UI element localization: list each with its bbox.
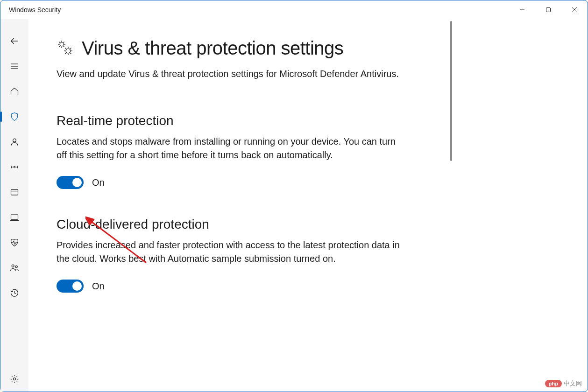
back-arrow-icon bbox=[9, 36, 20, 46]
close-icon bbox=[572, 7, 577, 13]
vertical-scrollbar[interactable] bbox=[449, 19, 453, 392]
toggle-label-realtime: On bbox=[92, 177, 105, 188]
svg-line-36 bbox=[71, 48, 71, 49]
toggle-row-cloud: On bbox=[57, 280, 402, 293]
sidebar-item-settings[interactable] bbox=[0, 366, 28, 392]
app-browser-icon bbox=[10, 188, 19, 197]
svg-line-33 bbox=[65, 48, 66, 49]
sidebar-item-history[interactable] bbox=[0, 280, 28, 306]
svg-point-28 bbox=[66, 49, 71, 53]
svg-line-27 bbox=[64, 42, 64, 42]
svg-line-25 bbox=[64, 46, 64, 47]
svg-rect-14 bbox=[11, 215, 18, 219]
sidebar-item-device-security[interactable] bbox=[0, 205, 28, 230]
watermark-badge: php bbox=[545, 380, 562, 387]
svg-line-34 bbox=[71, 53, 71, 54]
page-subtitle: View and update Virus & threat protectio… bbox=[57, 67, 402, 81]
svg-line-24 bbox=[59, 42, 60, 42]
sidebar-item-firewall[interactable] bbox=[0, 154, 28, 180]
app-body: Virus & threat protection settings View … bbox=[0, 19, 588, 392]
section-desc-realtime: Locates and stops malware from installin… bbox=[57, 135, 402, 162]
sidebar-back-button[interactable] bbox=[0, 28, 28, 54]
close-button[interactable] bbox=[561, 0, 588, 19]
sidebar-item-virus-threat[interactable] bbox=[0, 104, 28, 129]
sidebar-item-account[interactable] bbox=[0, 129, 28, 154]
heart-pulse-icon bbox=[10, 238, 19, 247]
svg-point-17 bbox=[15, 266, 17, 267]
sidebar-menu-button[interactable] bbox=[0, 54, 28, 79]
sidebar-item-home[interactable] bbox=[0, 79, 28, 104]
maximize-button[interactable] bbox=[535, 0, 561, 19]
window-controls bbox=[509, 0, 588, 19]
realtime-protection-toggle[interactable] bbox=[57, 176, 84, 189]
toggle-label-cloud: On bbox=[92, 281, 105, 292]
sidebar-item-app-browser[interactable] bbox=[0, 180, 28, 205]
svg-point-16 bbox=[12, 265, 14, 267]
section-title-realtime: Real-time protection bbox=[57, 113, 402, 128]
history-icon bbox=[10, 288, 19, 298]
shield-icon bbox=[10, 112, 19, 121]
minimize-button[interactable] bbox=[509, 0, 535, 19]
app-window: Windows Security bbox=[0, 0, 588, 392]
toggle-thumb bbox=[72, 281, 82, 291]
scrollbar-track bbox=[450, 21, 452, 390]
sidebar-item-family[interactable] bbox=[0, 255, 28, 280]
svg-line-35 bbox=[65, 53, 66, 54]
toggle-thumb bbox=[72, 178, 82, 187]
sidebar-item-device-performance[interactable] bbox=[0, 230, 28, 255]
family-icon bbox=[10, 263, 19, 273]
cloud-protection-toggle[interactable] bbox=[57, 280, 84, 293]
home-icon bbox=[10, 87, 19, 96]
settings-gears-icon bbox=[57, 39, 73, 58]
maximize-icon bbox=[545, 7, 551, 13]
window-title: Windows Security bbox=[9, 6, 61, 14]
scrollbar-thumb[interactable] bbox=[450, 21, 452, 161]
account-icon bbox=[10, 137, 19, 147]
svg-point-19 bbox=[60, 42, 64, 46]
titlebar: Windows Security bbox=[0, 0, 588, 19]
hamburger-icon bbox=[10, 62, 19, 71]
device-security-icon bbox=[10, 213, 19, 222]
page-title: Virus & threat protection settings bbox=[82, 38, 343, 59]
gear-icon bbox=[10, 374, 19, 384]
page-header: Virus & threat protection settings bbox=[57, 38, 421, 59]
sidebar bbox=[0, 19, 28, 392]
section-title-cloud: Cloud-delivered protection bbox=[57, 217, 402, 232]
svg-point-18 bbox=[14, 378, 16, 380]
svg-point-9 bbox=[14, 166, 15, 168]
svg-rect-1 bbox=[546, 8, 551, 12]
toggle-row-realtime: On bbox=[57, 176, 402, 189]
svg-line-26 bbox=[59, 46, 60, 47]
svg-rect-12 bbox=[11, 189, 18, 195]
section-realtime: Real-time protection Locates and stops m… bbox=[57, 113, 402, 189]
main-content: Virus & threat protection settings View … bbox=[28, 19, 449, 392]
section-desc-cloud: Provides increased and faster protection… bbox=[57, 238, 402, 266]
section-cloud: Cloud-delivered protection Provides incr… bbox=[57, 217, 402, 293]
watermark: php 中文网 bbox=[545, 379, 582, 388]
svg-point-8 bbox=[13, 139, 16, 142]
content-wrap: Virus & threat protection settings View … bbox=[28, 19, 588, 392]
watermark-text: 中文网 bbox=[564, 379, 582, 388]
firewall-icon bbox=[10, 162, 19, 172]
minimize-icon bbox=[519, 7, 525, 13]
